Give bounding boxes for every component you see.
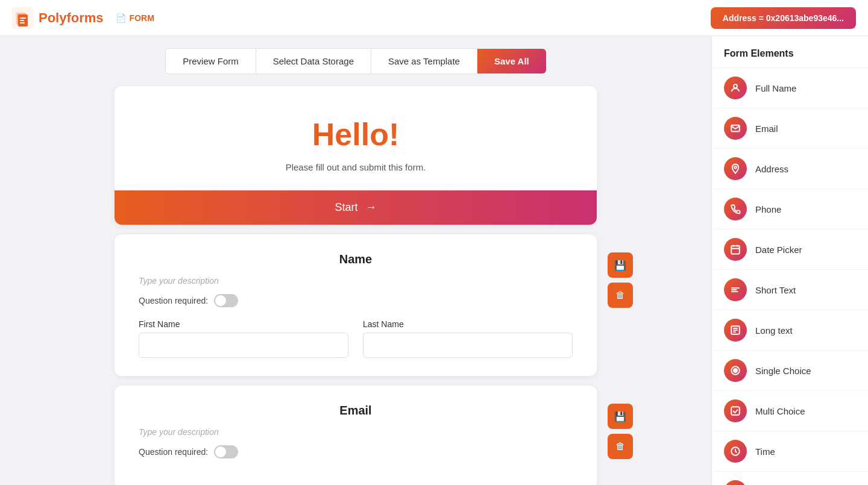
email-question-card: 💾 🗑 Email Type your description Question… [115,386,597,485]
full-name-label: Full Name [755,83,796,93]
name-save-button[interactable]: 💾 [608,252,633,278]
welcome-subtitle: Please fill out and submit this form. [139,162,573,172]
first-name-group: First Name [139,319,348,358]
svg-rect-20 [731,407,740,415]
toolbar: Preview Form Select Data Storage Save as… [12,36,699,86]
form-area: Hello! Please fill out and submit this f… [115,86,597,485]
name-required-toggle[interactable] [214,294,238,307]
email-required-label: Question required: [139,447,208,457]
email-side-actions: 💾 🗑 [608,404,633,459]
header-left: Polyforms 📄 FORM [12,7,154,29]
svg-rect-6 [20,22,25,23]
form-badge-label: FORM [130,13,154,23]
save-as-template-button[interactable]: Save as Template [371,48,477,74]
name-side-actions: 💾 🗑 [608,252,633,308]
email-icon [724,117,747,140]
email-save-icon: 💾 [614,411,626,422]
logo-text: Polyforms [39,10,104,26]
form-badge: 📄 FORM [116,13,154,23]
delete-icon: 🗑 [615,290,625,301]
start-arrow: → [366,201,377,213]
svg-point-7 [734,84,737,88]
address-icon [724,157,747,180]
name-question-title: Name [139,252,573,266]
preview-form-button[interactable]: Preview Form [165,48,256,74]
name-question-card: 💾 🗑 Name Type your description Question … [115,234,597,376]
sidebar-item-short-text[interactable]: Short Text [712,270,868,310]
first-name-input[interactable] [139,333,348,358]
logo-icon [12,7,34,29]
date-picker-icon [724,238,747,261]
name-required-label: Question required: [139,296,208,305]
save-all-button[interactable]: Save All [477,49,546,74]
address-label: Address [755,164,788,174]
sidebar-item-single-choice[interactable]: Single Choice [712,351,868,391]
last-name-input[interactable] [363,333,573,358]
email-save-button[interactable]: 💾 [608,404,633,429]
email-label: Email [755,124,778,134]
start-button[interactable]: Start → [115,190,597,225]
multi-choice-label: Multi Choice [755,406,805,416]
svg-point-19 [734,369,737,372]
svg-point-9 [734,166,737,169]
sidebar-item-phone[interactable]: Phone [712,189,868,230]
last-name-group: Last Name [363,319,573,358]
app-header: Polyforms 📄 FORM Address = 0x20613abe93e… [0,0,868,36]
welcome-title: Hello! [139,116,573,152]
email-question-title: Email [139,404,573,418]
welcome-card: Hello! Please fill out and submit this f… [115,86,597,225]
logo: Polyforms [12,7,104,29]
sidebar-item-time[interactable]: Time [712,431,868,472]
rating-icon [724,480,747,485]
full-name-icon [724,77,747,99]
short-text-label: Short Text [755,285,796,295]
svg-rect-5 [20,20,24,21]
time-icon [724,440,747,463]
short-text-icon [724,278,747,301]
name-delete-button[interactable]: 🗑 [608,283,633,308]
long-text-icon [724,319,747,342]
svg-rect-4 [20,17,26,19]
name-fields-row: First Name Last Name [139,319,573,358]
date-picker-label: Date Picker [755,245,802,255]
sidebar-item-address[interactable]: Address [712,149,868,189]
svg-rect-10 [731,246,740,254]
time-label: Time [755,446,775,457]
welcome-inner: Hello! Please fill out and submit this f… [115,86,597,190]
single-choice-icon [724,359,747,382]
name-required-row: Question required: [139,294,573,307]
multi-choice-icon [724,399,747,422]
sidebar-item-full-name[interactable]: Full Name [712,68,868,108]
form-doc-icon: 📄 [116,13,126,23]
first-name-label: First Name [139,319,348,329]
long-text-label: Long text [755,325,793,336]
email-required-row: Question required: [139,445,573,458]
single-choice-label: Single Choice [755,366,811,376]
sidebar-header: Form Elements [712,36,868,68]
sidebar-item-rating[interactable]: Rating [712,472,868,485]
right-sidebar: Form Elements Full Name Email Address Ph… [711,36,868,485]
email-required-toggle[interactable] [214,445,238,458]
email-delete-icon: 🗑 [615,441,625,452]
sidebar-item-multi-choice[interactable]: Multi Choice [712,391,868,431]
sidebar-item-long-text[interactable]: Long text [712,310,868,351]
phone-label: Phone [755,204,781,214]
start-label: Start [335,201,357,213]
center-content: Preview Form Select Data Storage Save as… [0,36,711,485]
email-question-description: Type your description [139,427,573,437]
last-name-label: Last Name [363,319,573,329]
name-question-description: Type your description [139,276,573,286]
main-layout: Preview Form Select Data Storage Save as… [0,36,868,485]
select-data-storage-button[interactable]: Select Data Storage [256,48,371,74]
save-icon: 💾 [614,260,626,271]
email-delete-button[interactable]: 🗑 [608,434,633,459]
phone-icon [724,198,747,221]
address-button[interactable]: Address = 0x20613abe93e46... [711,7,856,29]
sidebar-item-email[interactable]: Email [712,108,868,149]
sidebar-item-date-picker[interactable]: Date Picker [712,230,868,270]
